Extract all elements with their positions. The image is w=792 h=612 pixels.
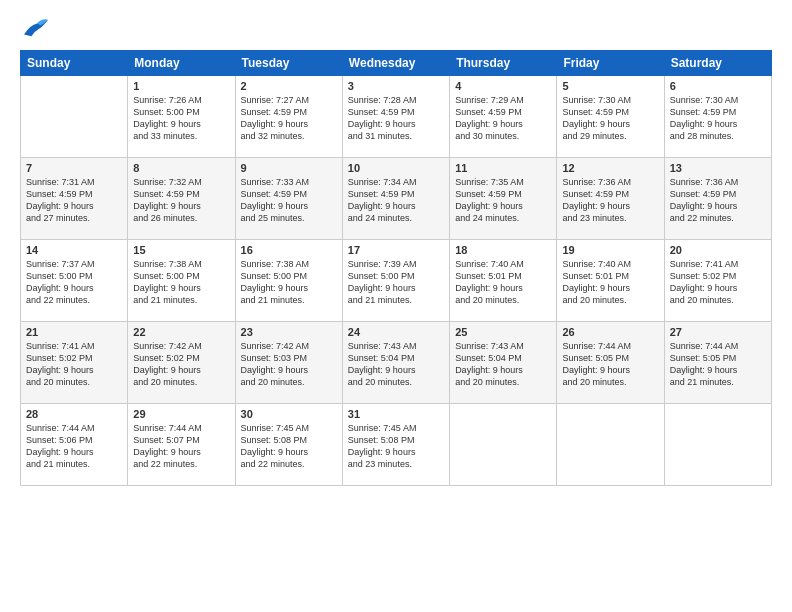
day-info: Sunrise: 7:43 AM Sunset: 5:04 PM Dayligh…: [455, 340, 551, 389]
calendar-week-4: 21Sunrise: 7:41 AM Sunset: 5:02 PM Dayli…: [21, 322, 772, 404]
header: [20, 16, 772, 40]
day-number: 24: [348, 326, 444, 338]
logo: [20, 20, 50, 40]
day-info: Sunrise: 7:31 AM Sunset: 4:59 PM Dayligh…: [26, 176, 122, 225]
day-number: 29: [133, 408, 229, 420]
day-info: Sunrise: 7:39 AM Sunset: 5:00 PM Dayligh…: [348, 258, 444, 307]
calendar-cell: [21, 76, 128, 158]
calendar-cell: 28Sunrise: 7:44 AM Sunset: 5:06 PM Dayli…: [21, 404, 128, 486]
calendar-cell: 6Sunrise: 7:30 AM Sunset: 4:59 PM Daylig…: [664, 76, 771, 158]
weekday-header-monday: Monday: [128, 51, 235, 76]
calendar-week-3: 14Sunrise: 7:37 AM Sunset: 5:00 PM Dayli…: [21, 240, 772, 322]
day-info: Sunrise: 7:41 AM Sunset: 5:02 PM Dayligh…: [670, 258, 766, 307]
day-number: 15: [133, 244, 229, 256]
day-info: Sunrise: 7:45 AM Sunset: 5:08 PM Dayligh…: [348, 422, 444, 471]
day-number: 11: [455, 162, 551, 174]
calendar-cell: 29Sunrise: 7:44 AM Sunset: 5:07 PM Dayli…: [128, 404, 235, 486]
calendar-cell: 24Sunrise: 7:43 AM Sunset: 5:04 PM Dayli…: [342, 322, 449, 404]
day-info: Sunrise: 7:45 AM Sunset: 5:08 PM Dayligh…: [241, 422, 337, 471]
day-number: 3: [348, 80, 444, 92]
day-number: 28: [26, 408, 122, 420]
weekday-header-sunday: Sunday: [21, 51, 128, 76]
day-number: 2: [241, 80, 337, 92]
calendar-week-1: 1Sunrise: 7:26 AM Sunset: 5:00 PM Daylig…: [21, 76, 772, 158]
calendar-cell: 23Sunrise: 7:42 AM Sunset: 5:03 PM Dayli…: [235, 322, 342, 404]
day-info: Sunrise: 7:30 AM Sunset: 4:59 PM Dayligh…: [670, 94, 766, 143]
day-number: 27: [670, 326, 766, 338]
weekday-header-wednesday: Wednesday: [342, 51, 449, 76]
day-info: Sunrise: 7:42 AM Sunset: 5:02 PM Dayligh…: [133, 340, 229, 389]
calendar-cell: 11Sunrise: 7:35 AM Sunset: 4:59 PM Dayli…: [450, 158, 557, 240]
day-info: Sunrise: 7:42 AM Sunset: 5:03 PM Dayligh…: [241, 340, 337, 389]
day-number: 17: [348, 244, 444, 256]
calendar-cell: 3Sunrise: 7:28 AM Sunset: 4:59 PM Daylig…: [342, 76, 449, 158]
calendar-cell: 20Sunrise: 7:41 AM Sunset: 5:02 PM Dayli…: [664, 240, 771, 322]
day-number: 31: [348, 408, 444, 420]
day-number: 13: [670, 162, 766, 174]
calendar-cell: 31Sunrise: 7:45 AM Sunset: 5:08 PM Dayli…: [342, 404, 449, 486]
calendar-cell: 9Sunrise: 7:33 AM Sunset: 4:59 PM Daylig…: [235, 158, 342, 240]
day-number: 30: [241, 408, 337, 420]
day-info: Sunrise: 7:30 AM Sunset: 4:59 PM Dayligh…: [562, 94, 658, 143]
day-number: 20: [670, 244, 766, 256]
day-number: 23: [241, 326, 337, 338]
calendar-cell: 26Sunrise: 7:44 AM Sunset: 5:05 PM Dayli…: [557, 322, 664, 404]
calendar-cell: 8Sunrise: 7:32 AM Sunset: 4:59 PM Daylig…: [128, 158, 235, 240]
weekday-header-row: SundayMondayTuesdayWednesdayThursdayFrid…: [21, 51, 772, 76]
day-info: Sunrise: 7:44 AM Sunset: 5:05 PM Dayligh…: [562, 340, 658, 389]
day-number: 19: [562, 244, 658, 256]
day-number: 6: [670, 80, 766, 92]
calendar-cell: [664, 404, 771, 486]
day-number: 1: [133, 80, 229, 92]
day-number: 25: [455, 326, 551, 338]
calendar-cell: 13Sunrise: 7:36 AM Sunset: 4:59 PM Dayli…: [664, 158, 771, 240]
day-number: 16: [241, 244, 337, 256]
day-info: Sunrise: 7:38 AM Sunset: 5:00 PM Dayligh…: [241, 258, 337, 307]
weekday-header-friday: Friday: [557, 51, 664, 76]
day-info: Sunrise: 7:26 AM Sunset: 5:00 PM Dayligh…: [133, 94, 229, 143]
day-number: 9: [241, 162, 337, 174]
day-info: Sunrise: 7:37 AM Sunset: 5:00 PM Dayligh…: [26, 258, 122, 307]
calendar-cell: 18Sunrise: 7:40 AM Sunset: 5:01 PM Dayli…: [450, 240, 557, 322]
day-info: Sunrise: 7:40 AM Sunset: 5:01 PM Dayligh…: [562, 258, 658, 307]
day-info: Sunrise: 7:28 AM Sunset: 4:59 PM Dayligh…: [348, 94, 444, 143]
calendar-cell: 25Sunrise: 7:43 AM Sunset: 5:04 PM Dayli…: [450, 322, 557, 404]
day-number: 12: [562, 162, 658, 174]
weekday-header-saturday: Saturday: [664, 51, 771, 76]
day-number: 8: [133, 162, 229, 174]
day-info: Sunrise: 7:44 AM Sunset: 5:06 PM Dayligh…: [26, 422, 122, 471]
calendar-cell: 2Sunrise: 7:27 AM Sunset: 4:59 PM Daylig…: [235, 76, 342, 158]
calendar-week-2: 7Sunrise: 7:31 AM Sunset: 4:59 PM Daylig…: [21, 158, 772, 240]
day-info: Sunrise: 7:36 AM Sunset: 4:59 PM Dayligh…: [562, 176, 658, 225]
calendar-cell: [557, 404, 664, 486]
day-info: Sunrise: 7:44 AM Sunset: 5:07 PM Dayligh…: [133, 422, 229, 471]
day-number: 14: [26, 244, 122, 256]
calendar-week-5: 28Sunrise: 7:44 AM Sunset: 5:06 PM Dayli…: [21, 404, 772, 486]
calendar-cell: [450, 404, 557, 486]
calendar-cell: 10Sunrise: 7:34 AM Sunset: 4:59 PM Dayli…: [342, 158, 449, 240]
page: SundayMondayTuesdayWednesdayThursdayFrid…: [0, 0, 792, 612]
calendar-cell: 22Sunrise: 7:42 AM Sunset: 5:02 PM Dayli…: [128, 322, 235, 404]
logo-bird-icon: [22, 16, 50, 40]
day-number: 26: [562, 326, 658, 338]
day-number: 18: [455, 244, 551, 256]
day-info: Sunrise: 7:29 AM Sunset: 4:59 PM Dayligh…: [455, 94, 551, 143]
day-info: Sunrise: 7:27 AM Sunset: 4:59 PM Dayligh…: [241, 94, 337, 143]
calendar-cell: 30Sunrise: 7:45 AM Sunset: 5:08 PM Dayli…: [235, 404, 342, 486]
calendar-cell: 5Sunrise: 7:30 AM Sunset: 4:59 PM Daylig…: [557, 76, 664, 158]
day-info: Sunrise: 7:33 AM Sunset: 4:59 PM Dayligh…: [241, 176, 337, 225]
day-info: Sunrise: 7:38 AM Sunset: 5:00 PM Dayligh…: [133, 258, 229, 307]
day-info: Sunrise: 7:40 AM Sunset: 5:01 PM Dayligh…: [455, 258, 551, 307]
day-info: Sunrise: 7:43 AM Sunset: 5:04 PM Dayligh…: [348, 340, 444, 389]
calendar-cell: 1Sunrise: 7:26 AM Sunset: 5:00 PM Daylig…: [128, 76, 235, 158]
calendar-cell: 19Sunrise: 7:40 AM Sunset: 5:01 PM Dayli…: [557, 240, 664, 322]
calendar-cell: 27Sunrise: 7:44 AM Sunset: 5:05 PM Dayli…: [664, 322, 771, 404]
day-info: Sunrise: 7:32 AM Sunset: 4:59 PM Dayligh…: [133, 176, 229, 225]
day-info: Sunrise: 7:41 AM Sunset: 5:02 PM Dayligh…: [26, 340, 122, 389]
calendar-cell: 21Sunrise: 7:41 AM Sunset: 5:02 PM Dayli…: [21, 322, 128, 404]
day-number: 4: [455, 80, 551, 92]
calendar-cell: 7Sunrise: 7:31 AM Sunset: 4:59 PM Daylig…: [21, 158, 128, 240]
day-number: 5: [562, 80, 658, 92]
day-info: Sunrise: 7:35 AM Sunset: 4:59 PM Dayligh…: [455, 176, 551, 225]
calendar-cell: 15Sunrise: 7:38 AM Sunset: 5:00 PM Dayli…: [128, 240, 235, 322]
